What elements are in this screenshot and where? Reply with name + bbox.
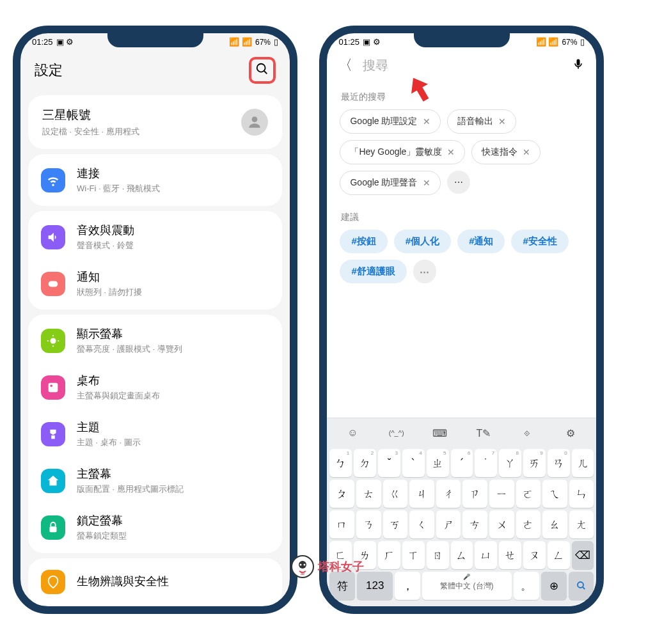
- key[interactable]: ˙7: [475, 449, 497, 477]
- suggestion-chip[interactable]: #安全性: [511, 230, 568, 253]
- search-key[interactable]: [569, 572, 594, 600]
- globe-key[interactable]: ⊕: [541, 572, 567, 600]
- key[interactable]: ㄎ: [383, 510, 408, 538]
- period-key[interactable]: 。: [514, 572, 539, 600]
- key[interactable]: ㄇ: [329, 510, 354, 538]
- key[interactable]: ㄤ: [569, 510, 594, 538]
- key[interactable]: ㄠ: [542, 510, 567, 538]
- status-battery: 67%: [255, 38, 271, 47]
- watermark: 3c 塔科女子: [291, 555, 364, 578]
- key[interactable]: ˇ3: [378, 449, 400, 477]
- search-icon[interactable]: [255, 62, 269, 79]
- key[interactable]: ㄦ: [572, 449, 594, 477]
- avatar[interactable]: [241, 109, 268, 136]
- recent-chip[interactable]: Google 助理設定✕: [340, 109, 440, 134]
- suggestion-chip[interactable]: #舒適護眼: [340, 260, 406, 283]
- key[interactable]: ㄘ: [462, 510, 487, 538]
- key[interactable]: ㄟ: [542, 480, 567, 508]
- backspace-key[interactable]: ⌫: [572, 541, 594, 569]
- setting-item-connections[interactable]: 連接 Wi-Fi · 藍牙 · 飛航模式: [28, 157, 282, 203]
- mic-icon[interactable]: [572, 58, 585, 73]
- key[interactable]: ㄑ: [409, 510, 434, 538]
- key[interactable]: ㄋ: [356, 510, 381, 538]
- svg-rect-9: [49, 382, 58, 392]
- recent-chip[interactable]: 「Hey Google」靈敏度✕: [340, 140, 465, 164]
- key[interactable]: ˊ6: [451, 449, 473, 477]
- key[interactable]: ㄏ: [378, 541, 400, 569]
- svg-point-17: [304, 564, 306, 566]
- key[interactable]: ㄡ: [523, 541, 546, 569]
- recent-chip[interactable]: 語音輸出✕: [447, 109, 516, 134]
- key[interactable]: ㄝ: [499, 541, 521, 569]
- setting-item-display[interactable]: 顯示螢幕 螢幕亮度 · 護眼模式 · 導覽列: [28, 317, 282, 364]
- suggestion-chip[interactable]: #通知: [457, 230, 505, 253]
- setting-item-wallpaper[interactable]: 桌布 主螢幕與鎖定畫面桌布: [28, 364, 282, 411]
- key[interactable]: ㄜ: [516, 510, 541, 538]
- close-icon[interactable]: ✕: [523, 147, 530, 157]
- handwriting-icon[interactable]: T✎: [471, 423, 496, 443]
- key[interactable]: ㄧ: [489, 480, 514, 508]
- key[interactable]: ㄗ: [462, 480, 487, 508]
- key[interactable]: ㄒ: [402, 541, 425, 569]
- wifi-icon: [41, 168, 65, 192]
- more-chip[interactable]: ⋯: [413, 260, 436, 283]
- close-icon[interactable]: ✕: [498, 116, 506, 127]
- svg-point-2: [252, 116, 258, 122]
- recent-searches: Google 助理設定✕ 語音輸出✕ 「Hey Google」靈敏度✕ 快速指令…: [327, 109, 596, 203]
- settings-group: 生物辨識與安全性: [28, 558, 282, 606]
- search-input[interactable]: 搜尋: [363, 57, 562, 74]
- recent-chip[interactable]: 快速指令✕: [471, 140, 541, 164]
- key[interactable]: ㄕ: [436, 510, 461, 538]
- setting-item-lockscreen[interactable]: 鎖定螢幕 螢幕鎖定類型: [28, 504, 282, 551]
- key[interactable]: ㄩ: [475, 541, 497, 569]
- kaomoji-icon[interactable]: (^_^): [384, 423, 409, 443]
- key[interactable]: ㄚ8: [499, 449, 521, 477]
- biometric-icon: [41, 570, 65, 594]
- status-time: 01:25: [338, 37, 359, 47]
- key[interactable]: ㄉ2: [354, 449, 376, 477]
- emoji-icon[interactable]: ☺: [340, 423, 366, 443]
- key[interactable]: ㄓ5: [427, 449, 449, 477]
- key[interactable]: ㄍ: [383, 480, 408, 508]
- key[interactable]: ㄢ0: [548, 449, 570, 477]
- account-card[interactable]: 三星帳號 設定檔 · 安全性 · 應用程式: [28, 95, 282, 149]
- gear-icon[interactable]: ⚙: [558, 423, 583, 443]
- suggestion-chip[interactable]: #個人化: [394, 230, 451, 253]
- setting-item-sound[interactable]: 音效與震動 聲音模式 · 鈴聲: [28, 214, 282, 260]
- key[interactable]: ㄆ: [329, 480, 354, 508]
- setting-item-notifications[interactable]: 通知 狀態列 · 請勿打擾: [28, 260, 282, 307]
- suggestion-chip[interactable]: #按鈕: [340, 230, 387, 253]
- key[interactable]: ㄖ: [427, 541, 449, 569]
- back-button[interactable]: 〈: [338, 56, 352, 75]
- keyboard-bottom-row: 符 123 ， 🎤 繁體中文 (台灣) 。 ⊕: [327, 570, 596, 601]
- keyboard-icon[interactable]: ⌨: [427, 423, 453, 443]
- more-chip[interactable]: ⋯: [447, 171, 470, 194]
- comma-key[interactable]: ，: [395, 572, 420, 600]
- status-signal-icons: 📶 📶: [536, 37, 559, 47]
- recent-chip[interactable]: Google 助理聲音✕: [340, 171, 440, 195]
- key[interactable]: ㄞ9: [523, 449, 546, 477]
- status-indicator-icons: ▣ ⚙: [363, 37, 381, 47]
- close-icon[interactable]: ✕: [447, 147, 455, 157]
- space-key[interactable]: 🎤 繁體中文 (台灣): [422, 572, 512, 600]
- key[interactable]: ㄐ: [409, 480, 434, 508]
- key[interactable]: ㄣ: [569, 480, 594, 508]
- key[interactable]: ㄨ: [489, 510, 514, 538]
- setting-item-themes[interactable]: 主題 主題 · 桌布 · 圖示: [28, 411, 282, 457]
- phone-right-search: 01:25 ▣ ⚙ 📶 📶 67% ▯ 〈 搜尋 最近的搜尋 Google 助理…: [319, 26, 604, 614]
- notification-icon: [41, 272, 65, 296]
- svg-rect-11: [50, 526, 57, 532]
- key[interactable]: ㄔ: [436, 480, 461, 508]
- close-icon[interactable]: ✕: [423, 178, 430, 188]
- setting-item-home[interactable]: 主螢幕 版面配置 · 應用程式圖示標記: [28, 457, 282, 504]
- close-icon[interactable]: ✕: [423, 116, 430, 127]
- setting-item-biometrics[interactable]: 生物辨識與安全性: [28, 561, 282, 603]
- expand-icon[interactable]: ⟐: [514, 423, 540, 443]
- key[interactable]: ㄛ: [516, 480, 541, 508]
- key[interactable]: ㄙ: [451, 541, 473, 569]
- search-button-highlight: [249, 57, 276, 84]
- key[interactable]: ㄊ: [356, 480, 381, 508]
- key[interactable]: ㄅ1: [329, 449, 352, 477]
- key[interactable]: ㄥ: [548, 541, 570, 569]
- key[interactable]: ˋ4: [402, 449, 425, 477]
